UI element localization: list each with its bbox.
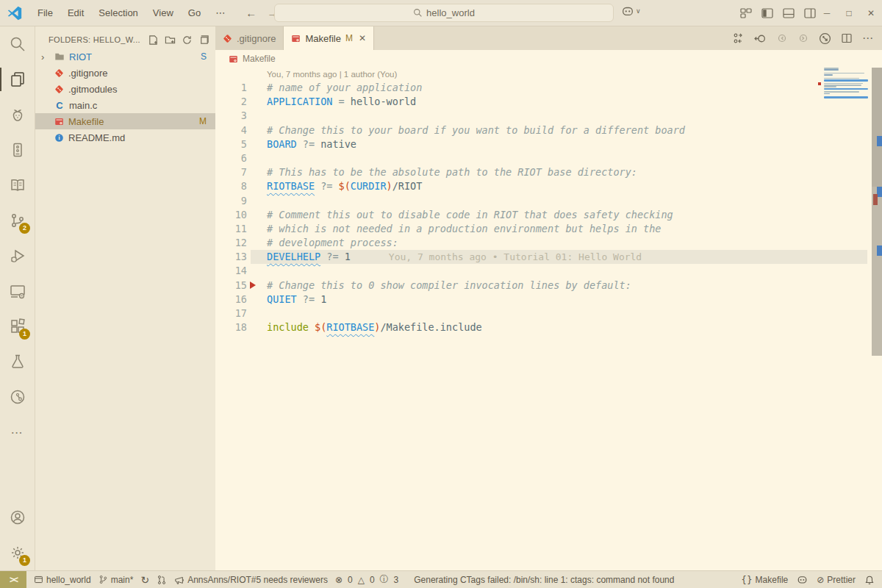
activity-account[interactable] [0,500,35,535]
debug-icon [9,247,26,265]
activity-extensions[interactable]: 1 [0,309,35,344]
formatter-indicator[interactable]: ⊘ Prettier [817,575,856,585]
sync-icon[interactable]: ↻ [140,574,149,586]
breadcrumb[interactable]: Makefile [215,50,882,68]
code-line-11[interactable]: 11# which is not needed in a production … [215,222,882,236]
minimap-bookmark-dot [818,82,821,85]
refresh-icon[interactable] [182,35,193,46]
file-tree-item-readme.md[interactable]: iREADME.md [35,129,215,146]
code-line-12[interactable]: 12# development process: [215,236,882,250]
folders-section-title[interactable]: FOLDERS: HELLO_W... [49,35,140,44]
activity-settings[interactable]: 1 [0,535,35,570]
line-number: 9 [215,194,247,208]
new-file-icon[interactable] [148,35,159,46]
toggle-panel-icon[interactable] [783,7,795,19]
code-line-8[interactable]: 8RIOTBASE ?= $(CURDIR)/RIOT [215,179,882,193]
code-line-15[interactable]: 15# Change this to 0 show compiler invoc… [215,279,882,293]
info-icon: ⓘ [380,573,389,586]
activity-book[interactable] [0,168,35,203]
activity-graph[interactable] [0,379,35,415]
code-line-6[interactable]: 6 [215,151,882,165]
file-tree-item-gitignore[interactable]: .gitignore [35,65,215,81]
toggle-sidebar-icon[interactable] [761,7,773,19]
tab-label: .gitignore [237,33,276,44]
language-mode-indicator[interactable]: {} Makefile [741,575,788,585]
code-line-3[interactable]: 3 [215,109,882,123]
settings-badge: 1 [19,555,30,566]
go-back-icon[interactable] [754,32,767,45]
line-number: 11 [215,222,247,236]
activity-notebook[interactable] [0,132,35,168]
line-number: 5 [215,137,247,151]
tab-makefile[interactable]: Makefile M ✕ [284,26,373,50]
activity-source-control[interactable]: 2 [0,203,35,238]
code-line-17[interactable]: 17 [215,306,882,320]
code-line-1[interactable]: 1# name of your application [215,81,882,95]
menu-selection[interactable]: Selection [91,1,145,26]
code-line-18[interactable]: 18include $(RIOTBASE)/Makefile.include [215,320,882,334]
back-arrow-icon[interactable]: ← [245,7,257,19]
code-line-10[interactable]: 10# Comment this out to disable code in … [215,208,882,222]
code-line-14[interactable]: 14 [215,264,882,278]
copilot-status[interactable] [797,574,808,585]
maximize-button[interactable]: □ [838,0,860,26]
code-line-4[interactable]: 4# Change this to your board if you want… [215,123,882,137]
activity-search[interactable] [0,26,35,62]
copilot-menu[interactable]: ∨ [621,4,641,18]
activity-more[interactable]: ⋯ [0,415,35,450]
code-line-9[interactable]: 9 [215,194,882,208]
close-button[interactable]: ✕ [860,0,882,26]
file-tree-item-makefile[interactable]: MakefileM [35,113,215,129]
open-changes-icon[interactable] [733,32,745,44]
code-editor[interactable]: You, 7 months ago | 1 author (You) 1# na… [215,68,882,570]
code-line-7[interactable]: 7# This has to be the absolute path to t… [215,165,882,179]
editor-scrollbar[interactable] [872,68,882,356]
code-line-5[interactable]: 5BOARD ?= native [215,137,882,151]
toggle-secondary-sidebar-icon[interactable] [804,7,816,19]
vscode-window: File Edit Selection View Go ⋯ ← → hello_… [0,0,882,588]
tab-modified-badge: M [345,33,353,43]
pull-request-icon[interactable] [157,575,167,585]
activity-remote-explorer[interactable] [0,273,35,309]
branch-indicator[interactable]: main* [98,575,134,585]
run-icon[interactable] [819,32,831,45]
file-tree-item-gitmodules[interactable]: .gitmodules [35,81,215,97]
command-center-search[interactable]: hello_world [274,4,614,22]
next-change-icon[interactable] [797,32,809,44]
activity-explorer[interactable] [0,62,35,97]
git-branch-icon [98,575,108,584]
file-tree-item-riot[interactable]: ›RIOTS [35,49,215,65]
remote-indicator[interactable]: >< [0,571,26,588]
activity-run-debug[interactable] [0,238,35,273]
git-icon [54,68,64,78]
pr-review-notification[interactable]: AnnsAnns/RIOT#5 needs reviewers [174,575,328,585]
code-line-16[interactable]: 16QUIET ?= 1 [215,293,882,306]
workspace-indicator[interactable]: hello_world [34,575,91,585]
menu-more[interactable]: ⋯ [208,1,232,26]
new-folder-icon[interactable] [165,35,176,46]
menu-view[interactable]: View [146,1,181,26]
tab-gitignore[interactable]: .gitignore [215,26,284,50]
minimap[interactable] [824,68,870,104]
tab-close-icon[interactable]: ✕ [359,33,366,43]
customize-layout-icon[interactable] [740,7,752,19]
code-line-2[interactable]: 2APPLICATION = hello-world [215,95,882,109]
more-actions-icon[interactable]: ⋯ [862,32,873,45]
activity-berry[interactable] [0,97,35,132]
notifications-bell[interactable] [864,575,875,585]
code-text: # Change this to your board if you want … [267,123,685,137]
collapse-all-icon[interactable] [198,35,209,46]
breadcrumb-item[interactable]: Makefile [243,54,276,64]
menu-file[interactable]: File [30,1,60,26]
menu-edit[interactable]: Edit [60,1,91,26]
menu-go[interactable]: Go [181,1,208,26]
folder-icon [54,51,65,62]
code-line-13[interactable]: 13DEVELHELP ?= 1You, 7 months ago • Tuto… [215,250,882,264]
split-editor-icon[interactable] [841,32,853,44]
file-tree-item-main.c[interactable]: Cmain.c [35,97,215,113]
berry-icon [9,106,26,123]
previous-change-icon[interactable] [776,32,788,44]
minimize-button[interactable]: ─ [816,0,838,26]
activity-testing[interactable] [0,344,35,379]
problems-indicator[interactable]: ⊗0 △0 ⓘ3 [335,573,401,586]
